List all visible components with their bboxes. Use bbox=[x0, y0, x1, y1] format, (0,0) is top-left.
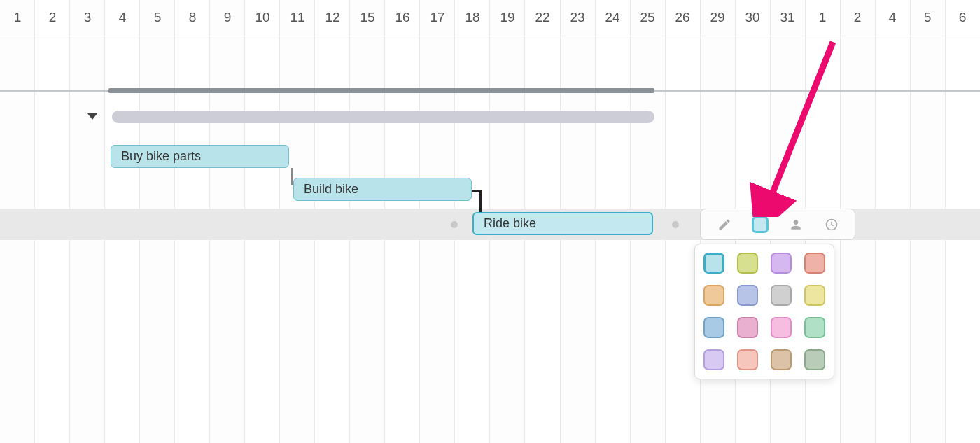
task-bar-ride-bike[interactable] bbox=[472, 212, 653, 235]
group-summary-bar[interactable] bbox=[112, 111, 654, 123]
day-label: 4 bbox=[105, 0, 140, 36]
task-bar-buy-bike-parts[interactable]: Buy bike parts bbox=[111, 145, 289, 168]
color-picker-popup bbox=[694, 244, 834, 379]
day-label: 11 bbox=[280, 0, 315, 36]
day-label: 29 bbox=[700, 0, 735, 36]
day-label: 10 bbox=[245, 0, 280, 36]
color-swatch-1[interactable] bbox=[737, 253, 758, 274]
day-label: 22 bbox=[525, 0, 560, 36]
pencil-icon bbox=[718, 218, 732, 232]
timeline-header: 1 2 3 4 5 8 9 10 11 12 15 16 17 18 19 22… bbox=[0, 0, 980, 36]
color-swatch-3[interactable] bbox=[804, 253, 825, 274]
color-swatch-12[interactable] bbox=[704, 349, 724, 370]
color-swatch-0[interactable] bbox=[704, 253, 724, 274]
group-collapse-caret[interactable] bbox=[88, 113, 97, 120]
day-label: 19 bbox=[490, 0, 525, 36]
day-label: 24 bbox=[595, 0, 630, 36]
user-icon bbox=[789, 218, 803, 232]
day-label: 25 bbox=[630, 0, 665, 36]
day-label: 17 bbox=[420, 0, 455, 36]
color-swatch-7[interactable] bbox=[804, 285, 825, 306]
day-label: 23 bbox=[560, 0, 595, 36]
color-swatch-icon bbox=[752, 216, 769, 233]
task-toolbar bbox=[700, 209, 855, 240]
color-swatch-14[interactable] bbox=[771, 349, 792, 370]
day-label: 5 bbox=[140, 0, 175, 36]
task-end-handle[interactable] bbox=[672, 221, 679, 228]
day-label: 1 bbox=[0, 0, 35, 36]
day-label: 12 bbox=[315, 0, 350, 36]
task-connector bbox=[479, 190, 482, 213]
color-swatch-10[interactable] bbox=[771, 317, 792, 338]
day-label: 18 bbox=[455, 0, 490, 36]
edit-button[interactable] bbox=[713, 213, 736, 237]
day-label: 6 bbox=[945, 0, 980, 36]
task-label: Build bike bbox=[304, 182, 358, 197]
day-label: 8 bbox=[175, 0, 210, 36]
assign-button[interactable] bbox=[784, 213, 808, 237]
day-label: 4 bbox=[875, 0, 910, 36]
day-label: 15 bbox=[350, 0, 385, 36]
day-label: 16 bbox=[385, 0, 420, 36]
color-swatch-4[interactable] bbox=[704, 285, 724, 306]
color-swatch-11[interactable] bbox=[804, 317, 825, 338]
day-label: 5 bbox=[910, 0, 945, 36]
color-swatch-9[interactable] bbox=[737, 317, 758, 338]
task-bar-build-bike[interactable]: Build bike bbox=[293, 178, 472, 201]
time-button[interactable] bbox=[820, 213, 844, 237]
task-start-handle[interactable] bbox=[451, 221, 458, 228]
day-label: 31 bbox=[770, 0, 805, 36]
task-label: Buy bike parts bbox=[121, 149, 201, 164]
color-button[interactable] bbox=[748, 213, 772, 237]
color-swatch-8[interactable] bbox=[704, 317, 724, 338]
day-label: 26 bbox=[665, 0, 700, 36]
color-swatch-5[interactable] bbox=[737, 285, 758, 306]
color-swatch-15[interactable] bbox=[804, 349, 825, 370]
project-duration-bar[interactable] bbox=[108, 88, 654, 93]
day-label: 1 bbox=[805, 0, 840, 36]
day-label: 2 bbox=[840, 0, 875, 36]
day-label: 3 bbox=[70, 0, 105, 36]
color-swatch-13[interactable] bbox=[737, 349, 758, 370]
day-label: 30 bbox=[735, 0, 770, 36]
day-label: 2 bbox=[35, 0, 70, 36]
task-label-input[interactable] bbox=[484, 216, 642, 231]
color-swatch-6[interactable] bbox=[771, 285, 792, 306]
color-swatch-2[interactable] bbox=[771, 253, 792, 274]
clock-icon bbox=[825, 218, 839, 232]
day-label: 9 bbox=[210, 0, 245, 36]
